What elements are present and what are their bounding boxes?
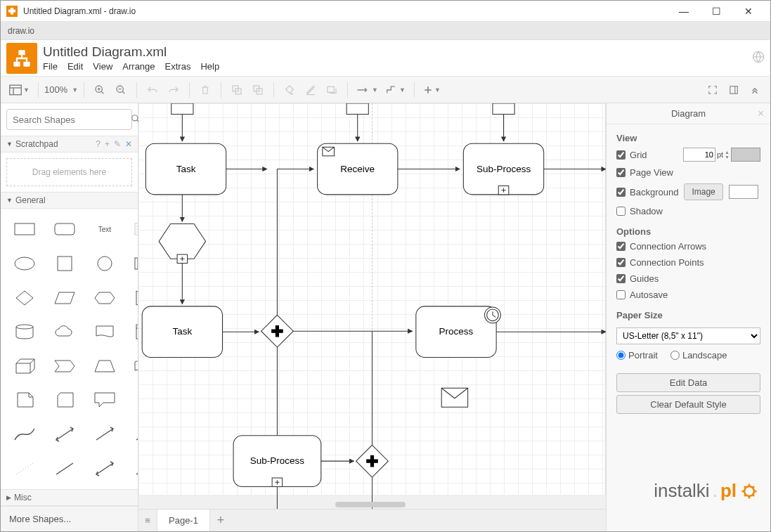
shape-circle[interactable]: [86, 249, 122, 279]
search-shapes[interactable]: [6, 109, 132, 130]
globe-icon[interactable]: [752, 51, 765, 65]
shape-actor[interactable]: [127, 385, 138, 415]
tabs-menu-button[interactable]: ≡: [138, 510, 157, 532]
shape-cylinder[interactable]: [6, 317, 42, 347]
close-icon[interactable]: ✕: [757, 108, 765, 119]
menu-file[interactable]: File: [43, 61, 58, 72]
edit-data-button[interactable]: Edit Data: [616, 373, 760, 392]
help-icon[interactable]: ?: [96, 139, 101, 149]
waypoint-button[interactable]: ▼: [382, 80, 408, 100]
maximize-button[interactable]: ☐: [700, 1, 732, 22]
gateway-plus-1[interactable]: [261, 315, 294, 347]
document-title[interactable]: Untitled Diagram.xml: [43, 43, 752, 60]
shape-textbox[interactable]: [127, 214, 138, 245]
shape-rectangle[interactable]: [6, 214, 42, 245]
node-task1[interactable]: Task: [145, 143, 226, 195]
landscape-radio[interactable]: Landscape: [670, 350, 727, 361]
shape-text[interactable]: Text: [86, 214, 122, 245]
shape-cloud[interactable]: [46, 317, 82, 347]
diagram-surface[interactable]: Task Receive Sub-Process Task Process: [138, 103, 606, 509]
fullscreen-button[interactable]: [703, 80, 723, 100]
background-checkbox[interactable]: Background: [616, 187, 678, 197]
stepper-up[interactable]: ▲: [725, 150, 730, 155]
node-process[interactable]: Process: [416, 306, 501, 358]
undo-button[interactable]: [143, 80, 162, 100]
shape-curve[interactable]: [6, 420, 42, 450]
general-header[interactable]: ▼ General: [1, 192, 138, 209]
add-button[interactable]: ▼: [420, 80, 443, 100]
image-button[interactable]: Image: [684, 183, 723, 200]
delete-button[interactable]: [195, 80, 215, 100]
page-tab-1[interactable]: Page-1: [157, 510, 210, 532]
background-color-chip[interactable]: [729, 185, 758, 199]
add-page-button[interactable]: +: [210, 510, 231, 532]
edit-icon[interactable]: ✎: [114, 139, 121, 149]
grid-color-chip[interactable]: [731, 148, 760, 162]
guides-checkbox[interactable]: Guides: [616, 273, 760, 284]
conn-arrows-checkbox[interactable]: Connection Arrows: [616, 241, 760, 252]
format-panel-button[interactable]: [724, 80, 744, 100]
redo-button[interactable]: [164, 80, 183, 100]
node-task2[interactable]: Task: [142, 306, 222, 358]
horizontal-scrollbar[interactable]: [138, 500, 606, 509]
misc-header[interactable]: ▶ Misc: [1, 489, 138, 506]
shape-tape[interactable]: [127, 351, 138, 382]
shape-dashed-line[interactable]: [127, 420, 138, 450]
shape-triangle[interactable]: [127, 283, 138, 313]
shape-cube[interactable]: [6, 351, 42, 382]
page-view-checkbox[interactable]: Page View: [616, 167, 760, 178]
shape-internal-storage[interactable]: [127, 317, 138, 347]
minimize-button[interactable]: —: [668, 1, 700, 22]
shape-document[interactable]: [86, 317, 122, 347]
paper-size-select[interactable]: US-Letter (8,5" x 11"): [616, 327, 760, 344]
shadow-button[interactable]: [322, 80, 342, 100]
shape-dotted-line[interactable]: [6, 453, 42, 484]
menu-extras[interactable]: Extras: [165, 61, 191, 72]
zoom-out-button[interactable]: [111, 80, 131, 100]
zoom-level[interactable]: 100%▼: [44, 84, 78, 95]
shape-square[interactable]: [46, 249, 82, 279]
shape-ellipse[interactable]: [6, 249, 42, 279]
shape-bidir-line[interactable]: [86, 453, 122, 484]
fill-color-button[interactable]: [280, 80, 299, 100]
scratchpad-dropzone[interactable]: Drag elements here: [6, 158, 132, 186]
shape-parallelogram[interactable]: [46, 283, 82, 313]
menu-edit[interactable]: Edit: [67, 61, 83, 72]
search-input[interactable]: [13, 115, 131, 125]
view-mode-button[interactable]: ▼: [6, 80, 32, 100]
close-button[interactable]: ✕: [732, 1, 765, 22]
node-hexagon[interactable]: [159, 223, 206, 263]
shape-hexagon[interactable]: [86, 283, 122, 313]
line-color-button[interactable]: [301, 80, 320, 100]
shape-process[interactable]: [127, 249, 138, 279]
shape-callout[interactable]: [86, 385, 122, 415]
shape-card[interactable]: [46, 385, 82, 415]
shape-note[interactable]: [6, 385, 42, 415]
shape-trapezoid[interactable]: [86, 351, 122, 382]
node-subproc1[interactable]: Sub-Process: [463, 143, 543, 195]
conn-points-checkbox[interactable]: Connection Points: [616, 257, 760, 268]
shape-step[interactable]: [46, 351, 82, 382]
shape-directional-line[interactable]: [127, 453, 138, 484]
node-subproc2[interactable]: Sub-Process: [233, 436, 321, 487]
menu-help[interactable]: Help: [200, 61, 219, 72]
connection-button[interactable]: ▼: [354, 80, 381, 100]
clear-style-button[interactable]: Clear Default Style: [616, 395, 760, 414]
autosave-checkbox[interactable]: Autosave: [616, 290, 760, 300]
grid-checkbox[interactable]: Grid: [616, 150, 647, 160]
shape-bidir-arrow[interactable]: [46, 420, 82, 450]
menu-view[interactable]: View: [93, 61, 112, 72]
portrait-radio[interactable]: Portrait: [616, 350, 658, 361]
shape-line[interactable]: [46, 453, 82, 484]
close-icon[interactable]: ✕: [125, 139, 132, 149]
shape-arrow[interactable]: [86, 420, 122, 450]
shadow-checkbox[interactable]: Shadow: [616, 206, 760, 216]
shape-rounded-rect[interactable]: [46, 214, 82, 245]
add-icon[interactable]: +: [105, 139, 110, 149]
to-back-button[interactable]: [248, 80, 268, 100]
shape-diamond[interactable]: [6, 283, 42, 313]
canvas[interactable]: Task Receive Sub-Process Task Process: [138, 103, 606, 509]
more-shapes-button[interactable]: More Shapes...: [1, 506, 138, 531]
collapse-button[interactable]: [745, 80, 765, 100]
stepper-down[interactable]: ▼: [725, 155, 730, 160]
